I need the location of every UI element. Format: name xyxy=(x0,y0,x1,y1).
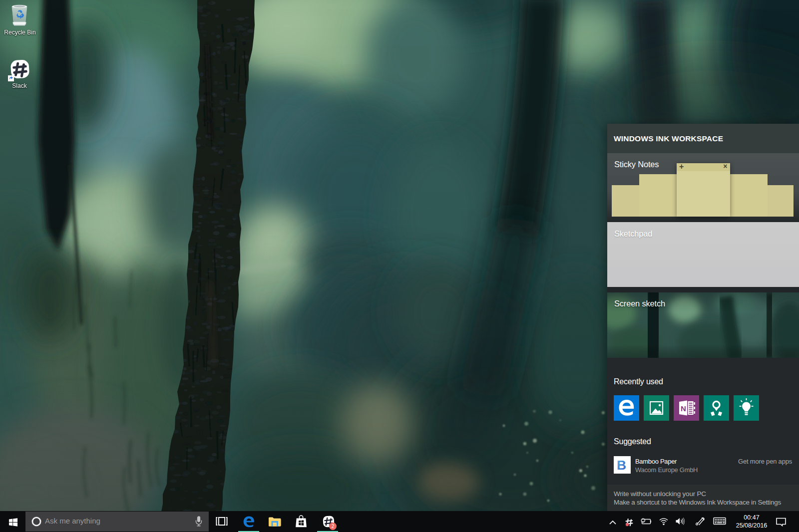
svg-text:B: B xyxy=(617,458,626,473)
svg-text:N: N xyxy=(681,404,686,413)
